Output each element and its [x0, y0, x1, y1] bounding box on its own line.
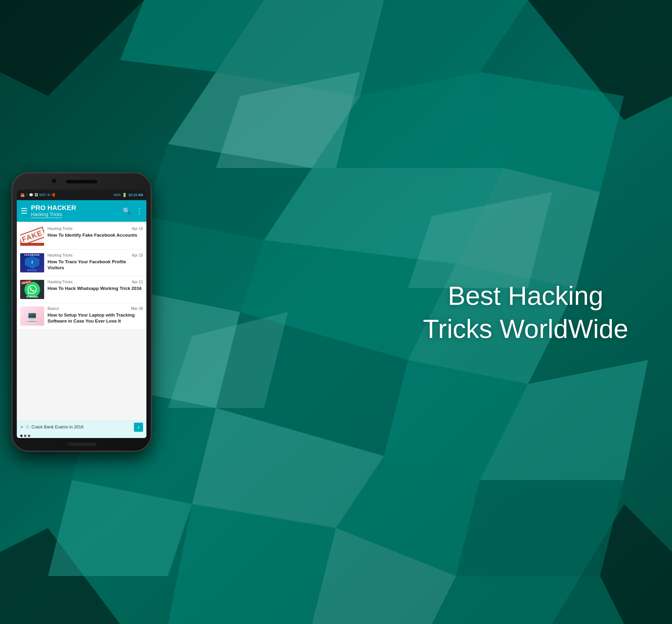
article-category-2: Hacking Tricks [48, 253, 73, 258]
article-title-1: How To Identify Fake Facebook Accounts [48, 232, 143, 238]
article-item[interactable]: FAKE Hacking Tricks Apr 15 How To Identi… [17, 223, 147, 249]
ad-info-icon: ⓘ [26, 425, 29, 430]
article-thumb-whatsapp: Hacked WhatsApp [20, 280, 44, 299]
toolbar-title: PRO HACKER [31, 204, 119, 212]
ad-dots [17, 434, 147, 438]
article-category-3: Hacking Tricks [48, 280, 73, 284]
article-title-3: How To Hack Whatsapp Working Trick 2016 [48, 286, 143, 292]
menu-icon[interactable]: ☰ [21, 206, 28, 215]
ad-dot-1 [20, 435, 23, 437]
toolbar-subtitle: Hacking Tricks [31, 212, 62, 218]
uc-icon: 🦊 [20, 193, 25, 197]
g-icon: G [48, 193, 50, 197]
article-info-3: Hacking Tricks Apr 11 How To Hack Whatsa… [48, 280, 143, 292]
ad-text: Crack Bank Exams in 2016 [31, 424, 131, 430]
article-title-4: How to Setup Your Laptop with Tracking S… [48, 312, 143, 324]
article-item[interactable]: 💻 Basics Mar 26 How to Setup Your Laptop… [17, 303, 147, 329]
status-icons-right: 64% 🔋 12:13 AM [114, 193, 143, 197]
phone-device: 🦊 f 💬 🖼 WiFi G G▋ 64% 🔋 12:13 AM [12, 173, 151, 451]
fb-icon: f [26, 193, 28, 197]
article-info-4: Basics Mar 26 How to Setup Your Laptop w… [48, 307, 143, 324]
article-title-2: How To Trace Your Facebook Profile Visit… [48, 259, 143, 271]
ad-dot-2 [24, 435, 26, 437]
ad-banner[interactable]: ✕ ⓘ Crack Bank Exams in 2016 › [17, 420, 147, 434]
article-info-2: Hacking Tricks Apr 15 How To Trace Your … [48, 253, 143, 271]
status-icons-left: 🦊 f 💬 🖼 WiFi G G▋ [20, 193, 55, 197]
article-date-4: Mar 26 [131, 307, 143, 311]
ad-arrow-button[interactable]: › [134, 423, 143, 432]
ad-section: ✕ ⓘ Crack Bank Exams in 2016 › [17, 420, 147, 438]
status-bar: 🦊 f 💬 🖼 WiFi G G▋ 64% 🔋 12:13 AM [17, 190, 147, 200]
article-thumb-laptop: 💻 [20, 307, 44, 326]
tagline-line2: Tricks WorldWide [423, 314, 628, 343]
whatsapp-circle [24, 282, 40, 297]
tagline-text: Best Hacking Tricks WorldWide [418, 279, 634, 345]
phone-camera [52, 179, 56, 183]
article-item[interactable]: Hacked WhatsApp Hacking Tricks Apr 11 Ho… [17, 277, 147, 303]
article-date-1: Apr 15 [132, 227, 143, 231]
article-meta-1: Hacking Tricks Apr 15 [48, 227, 143, 231]
app-toolbar: ☰ PRO HACKER Hacking Tricks 🔍 ⋮ [17, 200, 147, 222]
article-info-1: Hacking Tricks Apr 15 How To Identify Fa… [48, 227, 143, 238]
article-thumb-fake: FAKE [20, 227, 44, 246]
wifi-icon: WiFi [40, 193, 46, 197]
battery-icon: 🔋 [122, 193, 127, 197]
article-meta-2: Hacking Tricks Apr 15 [48, 253, 143, 258]
svg-marker-24 [456, 480, 624, 576]
gallery-icon: 🖼 [34, 193, 38, 197]
toolbar-title-wrap: PRO HACKER Hacking Tricks [31, 204, 119, 218]
fb-shield: f [25, 256, 40, 269]
phone-speaker [66, 180, 97, 183]
tagline-line1: Best Hacking [448, 281, 603, 310]
ad-dot-3 [28, 435, 30, 437]
battery-percent: 64% [114, 193, 121, 197]
whatsapp-icon: 💬 [29, 193, 33, 197]
article-thumb-fbhack: FACEBOOK f HACK [20, 253, 44, 272]
articles-list[interactable]: FAKE Hacking Tricks Apr 15 How To Identi… [17, 223, 147, 420]
more-icon[interactable]: ⋮ [136, 207, 143, 215]
signal-icon: G▋ [51, 193, 55, 197]
phone-home-button[interactable] [67, 443, 96, 446]
search-icon[interactable]: 🔍 [123, 207, 131, 215]
article-meta-3: Hacking Tricks Apr 11 [48, 280, 143, 284]
article-category-4: Basics [48, 307, 59, 311]
article-date-3: Apr 11 [132, 280, 143, 284]
article-item[interactable]: FACEBOOK f HACK Hacking Tricks Apr 15 [17, 250, 147, 276]
article-date-2: Apr 15 [132, 253, 143, 258]
phone-screen: 🦊 f 💬 🖼 WiFi G G▋ 64% 🔋 12:13 AM [17, 190, 147, 438]
toolbar-actions: 🔍 ⋮ [123, 207, 143, 215]
article-category-1: Hacking Tricks [48, 227, 73, 231]
status-time: 12:13 AM [128, 193, 143, 197]
article-meta-4: Basics Mar 26 [48, 307, 143, 311]
ad-close-icon[interactable]: ✕ [20, 425, 23, 430]
fake-stripe [20, 243, 44, 246]
svg-marker-28 [432, 576, 624, 624]
phone-body: 🦊 f 💬 🖼 WiFi G G▋ 64% 🔋 12:13 AM [12, 173, 151, 451]
